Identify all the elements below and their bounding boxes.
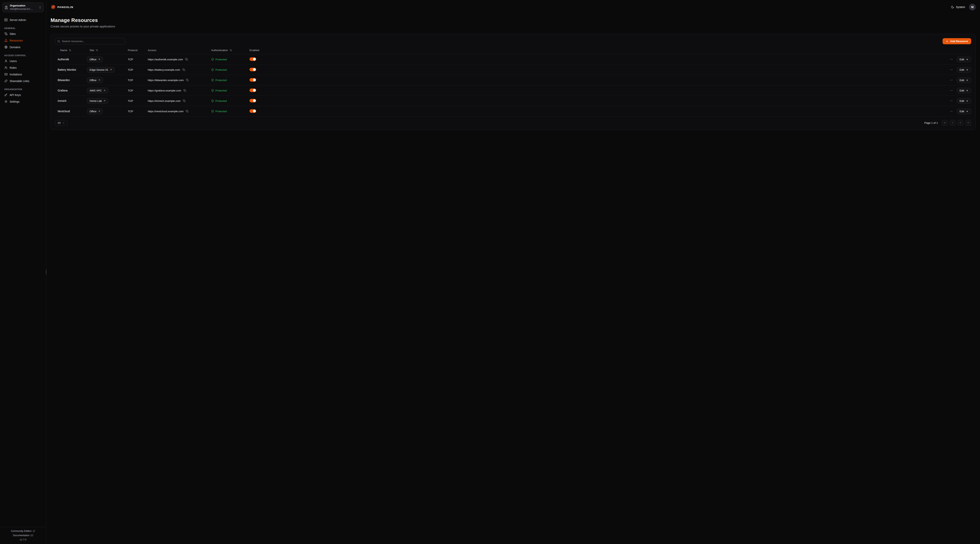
sidebar-item-api-keys[interactable]: API Keys	[2, 92, 44, 98]
copy-url-button[interactable]	[183, 89, 186, 92]
prev-page-button[interactable]	[950, 120, 956, 126]
gear-icon	[4, 100, 8, 103]
resources-table-body: Authentik Office TCP https://authentik.e…	[55, 54, 971, 116]
copy-url-button[interactable]	[182, 68, 186, 71]
edit-button[interactable]: Edit	[957, 57, 971, 62]
row-menu-button[interactable]	[949, 109, 954, 114]
sidebar-item-users[interactable]: Users	[2, 58, 44, 64]
edit-label: Edit	[959, 68, 964, 71]
site-name: Office	[89, 58, 96, 61]
resource-name: Grafana	[57, 89, 87, 92]
chevron-down-icon	[62, 122, 65, 124]
table-row: Grafana AWS VPC TCP https://grafana.exam…	[55, 86, 971, 96]
sidebar-item-roles[interactable]: Roles	[2, 64, 44, 71]
documentation-link[interactable]: Documentation	[13, 534, 33, 537]
org-text: Organization milo@fossorial.io's ...	[10, 4, 37, 11]
org-selector[interactable]: Organization milo@fossorial.io's ...	[2, 2, 44, 12]
copy-url-button[interactable]	[185, 109, 189, 113]
row-menu-button[interactable]	[949, 67, 954, 72]
enabled-toggle[interactable]	[250, 99, 256, 102]
resource-actions-cell: Edit	[278, 88, 971, 94]
page-header: Manage Resources Create secure proxies t…	[51, 17, 976, 28]
add-resource-button[interactable]: Add Resource	[943, 38, 971, 44]
arrow-right-icon	[966, 79, 968, 81]
resource-enabled-cell	[250, 78, 278, 82]
pager: Page 1 of 1	[924, 120, 971, 126]
site-link-button[interactable]: AWS VPC	[87, 88, 108, 94]
copy-icon	[186, 110, 189, 113]
edit-button[interactable]: Edit	[957, 67, 971, 73]
column-name: Name	[57, 49, 87, 52]
sidebar-item-server-admin[interactable]: Server Admin	[2, 17, 44, 23]
pager-buttons	[942, 120, 971, 126]
sidebar-item-sites[interactable]: Sites	[2, 30, 44, 37]
external-link-icon	[33, 530, 35, 532]
search-input[interactable]	[55, 38, 125, 44]
brand-name: PANGOLIN	[57, 6, 73, 9]
resource-auth-cell: Protected	[208, 58, 250, 61]
table-row: Nextcloud Office TCP https://nextcloud.e…	[55, 106, 971, 116]
search-wrap	[55, 38, 125, 44]
resource-auth-cell: Protected	[208, 110, 250, 113]
edit-button[interactable]: Edit	[957, 98, 971, 104]
site-name: Office	[89, 110, 96, 113]
copy-icon	[183, 89, 186, 92]
edit-label: Edit	[959, 100, 964, 102]
column-name-label: Name	[60, 49, 67, 52]
copy-url-button[interactable]	[183, 99, 186, 103]
edit-button[interactable]: Edit	[957, 108, 971, 114]
copy-url-button[interactable]	[185, 57, 188, 61]
sidebar-item-resources[interactable]: Resources	[2, 37, 44, 44]
enabled-toggle[interactable]	[250, 78, 256, 82]
sidebar-main: Organization milo@fossorial.io's ... Ser…	[0, 0, 46, 527]
resource-protocol: TCP	[128, 79, 148, 82]
enabled-toggle[interactable]	[250, 109, 256, 113]
row-menu-button[interactable]	[949, 78, 954, 82]
enabled-toggle[interactable]	[250, 89, 256, 92]
site-link-button[interactable]: Edge Device 01	[87, 67, 115, 73]
row-menu-button[interactable]	[949, 88, 954, 93]
sidebar-item-domains[interactable]: Domains	[2, 44, 44, 50]
resource-enabled-cell	[250, 57, 278, 62]
sidebar-item-invitations[interactable]: Invitations	[2, 71, 44, 78]
resource-auth-cell: Protected	[208, 68, 250, 71]
toggle-knob	[253, 89, 256, 92]
sidebar-item-shareable-links[interactable]: Shareable Links	[2, 78, 44, 84]
page-info: Page 1 of 1	[924, 121, 938, 124]
edit-button[interactable]: Edit	[957, 77, 971, 83]
add-resource-label: Add Resource	[950, 40, 968, 43]
avatar[interactable]: M	[969, 4, 976, 10]
resource-access-cell: https://immich.example.com	[148, 99, 208, 103]
site-link-button[interactable]: Office	[87, 57, 103, 62]
link-icon	[4, 79, 8, 82]
page-size-select[interactable]: 20	[55, 120, 67, 126]
sidebar-resize-handle[interactable]	[46, 270, 46, 274]
edit-button[interactable]: Edit	[957, 88, 971, 94]
edit-label: Edit	[959, 89, 964, 92]
row-menu-button[interactable]	[949, 57, 954, 62]
auth-status: Protected	[215, 68, 227, 71]
toggle-knob	[253, 68, 256, 71]
last-page-button[interactable]	[965, 120, 971, 126]
site-link-button[interactable]: Office	[87, 108, 103, 114]
site-link-button[interactable]: Home Lab	[87, 98, 108, 104]
sort-site-button[interactable]: Site	[87, 49, 98, 52]
enabled-toggle[interactable]	[250, 68, 256, 71]
sort-authentication-button[interactable]: Authentication	[208, 49, 232, 52]
resources-table: Name Site	[55, 48, 971, 116]
first-page-button[interactable]	[942, 120, 948, 126]
sort-name-button[interactable]: Name	[57, 49, 72, 52]
enabled-toggle[interactable]	[250, 57, 256, 61]
copy-icon	[186, 79, 189, 81]
site-name: AWS VPC	[89, 89, 102, 92]
copy-url-button[interactable]	[186, 78, 189, 82]
row-menu-button[interactable]	[949, 98, 954, 103]
next-page-button[interactable]	[958, 120, 963, 126]
site-link-button[interactable]: Office	[87, 77, 103, 83]
sidebar-item-settings[interactable]: Settings	[2, 98, 44, 105]
brand[interactable]: PANGOLIN	[51, 5, 73, 10]
community-edition-link[interactable]: Community Edition	[11, 530, 35, 533]
theme-selector[interactable]: System	[951, 5, 965, 9]
resource-url: https://battery.example.com	[148, 68, 180, 71]
version-label: v1.7.0	[20, 538, 26, 541]
